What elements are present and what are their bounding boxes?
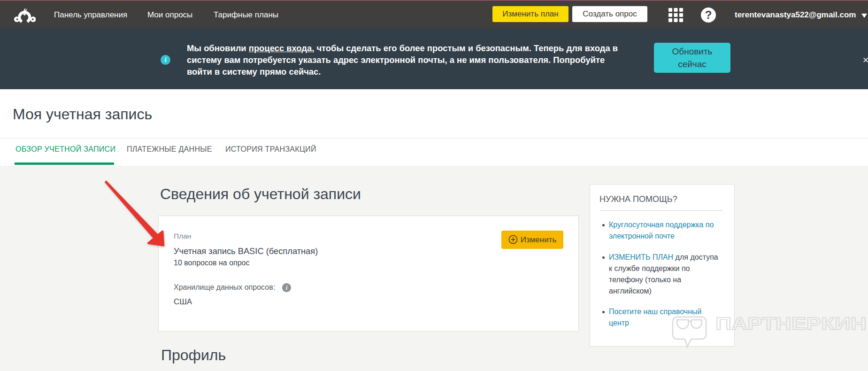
svg-text:ПАРТНЕРКИН: ПАРТНЕРКИН (715, 314, 867, 333)
